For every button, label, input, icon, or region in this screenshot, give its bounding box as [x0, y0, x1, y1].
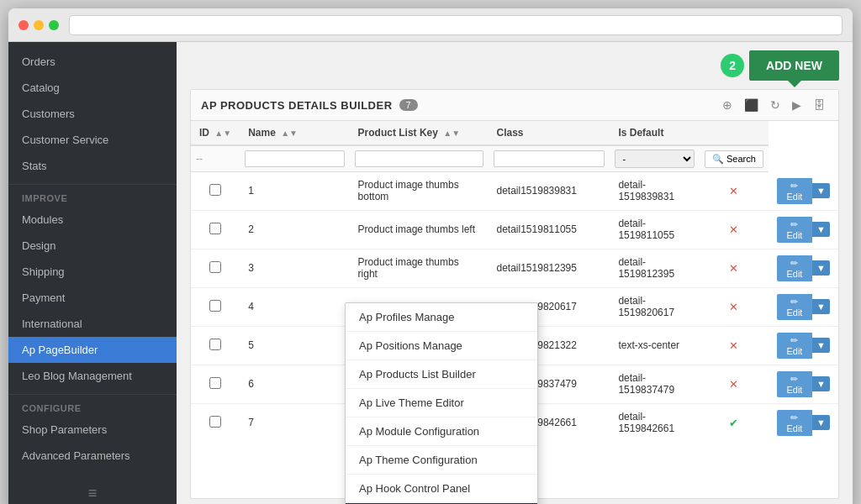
sidebar-item-stats[interactable]: Stats [8, 153, 177, 179]
minimize-button[interactable] [34, 20, 44, 30]
is-default-icon-5: ✕ [729, 339, 738, 352]
cell-id-2: 2 [240, 210, 349, 249]
sidebar-item-payment[interactable]: Payment [8, 285, 177, 311]
sort-arrows-plk[interactable]: ▲▼ [443, 129, 460, 138]
edit-button-1[interactable]: ✏ Edit [777, 178, 812, 204]
table-title: AP PRODUCTS DETAILS BUILDER [201, 99, 393, 112]
edit-dropdown-6[interactable]: ▼ [812, 376, 830, 391]
dropdown-item-ap-theme-configuration[interactable]: Ap Theme Configuration [346, 446, 537, 475]
edit-dropdown-3[interactable]: ▼ [812, 260, 830, 276]
filter-plk-input[interactable] [494, 150, 605, 167]
row-checkbox-1[interactable] [209, 184, 221, 196]
is-default-icon-7: ✔ [729, 417, 738, 429]
sidebar-menu-icon[interactable]: ≡ [8, 475, 177, 504]
table-header-bar: AP PRODUCTS DETAILS BUILDER 7 ⊕ ⬛ ↻ ▶ 🗄 [191, 90, 838, 121]
row-checkbox-6[interactable] [209, 377, 221, 389]
cell-id-5: 5 [240, 326, 349, 365]
url-bar[interactable] [69, 15, 843, 35]
edit-button-7[interactable]: ✏ Edit [777, 410, 812, 436]
sidebar-item-customer-service[interactable]: Customer Service [8, 127, 177, 153]
cell-id-1: 1 [240, 172, 349, 211]
is-default-icon-2: ✕ [729, 223, 738, 236]
search-button[interactable]: 🔍 Search [705, 150, 763, 168]
sidebar-item-leo-blog[interactable]: Leo Blog Management [8, 363, 177, 389]
row-checkbox-7[interactable] [209, 416, 221, 428]
edit-button-2[interactable]: ✏ Edit [777, 217, 812, 243]
sidebar-item-shop-parameters[interactable]: Shop Parameters [8, 417, 177, 443]
sidebar-item-international[interactable]: International [8, 311, 177, 337]
dropdown-item-ap-positions-manage[interactable]: Ap Positions Manage [346, 332, 537, 360]
filter-is-default-select[interactable]: - [615, 150, 695, 168]
edit-dropdown-5[interactable]: ▼ [812, 338, 830, 353]
titlebar [8, 8, 853, 42]
add-new-badge: 2 [721, 54, 744, 77]
cell-class-2: detail-1519811055 [610, 210, 700, 249]
table-row: 3 Product image thumbs right detail15198… [191, 249, 838, 287]
filter-name-input[interactable] [355, 150, 483, 167]
edit-button-5[interactable]: ✏ Edit [777, 333, 812, 359]
cell-name-3: Product image thumbs right [350, 249, 489, 287]
table-refresh-icon[interactable]: ↻ [767, 97, 784, 113]
dropdown-item-ap-profiles-manage[interactable]: Ap Profiles Manage [346, 303, 537, 332]
close-button[interactable] [18, 20, 29, 30]
app-window: Orders Catalog Customers Customer Servic… [8, 8, 853, 504]
sidebar-item-shipping[interactable]: Shipping [8, 259, 177, 285]
sort-arrows-id[interactable]: ▲▼ [214, 129, 231, 138]
edit-group-2: ✏ Edit ▼ [777, 217, 830, 243]
edit-dropdown-1[interactable]: ▼ [812, 183, 830, 198]
sidebar-item-modules[interactable]: Modules [8, 207, 177, 233]
dropdown-item-ap-products-list-builder[interactable]: Ap Products List Builder [346, 360, 537, 389]
is-default-icon-6: ✕ [729, 378, 738, 391]
filter-dash: -- [196, 153, 203, 165]
row-checkbox-4[interactable] [209, 300, 221, 312]
cell-class-7: detail-1519842661 [610, 403, 700, 442]
edit-group-7: ✏ Edit ▼ [777, 410, 830, 436]
row-checkbox-3[interactable] [209, 261, 221, 273]
edit-group-1: ✏ Edit ▼ [777, 178, 830, 204]
col-actions [700, 121, 769, 145]
cell-class-5: text-xs-center [610, 326, 700, 365]
filter-id-input[interactable] [245, 150, 344, 167]
cell-class-1: detail-1519839831 [610, 172, 700, 211]
main-content: 2 ADD NEW AP PRODUCTS DETAILS BUILDER 7 … [177, 42, 853, 504]
sidebar-item-orders[interactable]: Orders [8, 49, 177, 75]
sidebar-section-configure: CONFIGURE [8, 394, 177, 417]
add-new-button[interactable]: ADD NEW [749, 50, 839, 81]
sidebar-item-ap-pagebuilder[interactable]: Ap PageBuilder [8, 337, 177, 363]
cell-plk-1: detail1519839831 [489, 172, 610, 211]
edit-dropdown-2[interactable]: ▼ [812, 222, 830, 237]
sidebar-item-design[interactable]: Design [8, 233, 177, 259]
cell-id-7: 7 [240, 403, 349, 442]
table-count-badge: 7 [399, 99, 418, 111]
row-checkbox-5[interactable] [209, 339, 221, 350]
edit-button-4[interactable]: ✏ Edit [777, 294, 812, 320]
edit-group-6: ✏ Edit ▼ [777, 371, 830, 397]
table-export-icon[interactable]: ⬛ [741, 97, 762, 113]
edit-dropdown-7[interactable]: ▼ [812, 415, 830, 430]
maximize-button[interactable] [49, 20, 59, 30]
sidebar: Orders Catalog Customers Customer Servic… [8, 42, 177, 504]
edit-button-3[interactable]: ✏ Edit [777, 255, 812, 281]
col-is-default: Is Default [610, 121, 700, 145]
cell-name-1: Product image thumbs bottom [350, 172, 489, 211]
table-row: 2 Product image thumbs left detail151981… [191, 210, 838, 249]
cell-class-3: detail-1519812395 [610, 249, 700, 287]
dropdown-item-ap-module-configuration[interactable]: Ap Module Configuration [346, 417, 537, 446]
is-default-icon-3: ✕ [729, 262, 738, 275]
edit-dropdown-4[interactable]: ▼ [812, 299, 830, 314]
is-default-icon-4: ✕ [729, 301, 738, 313]
sort-arrows-name[interactable]: ▲▼ [281, 129, 298, 138]
sidebar-section-improve: IMPROVE [8, 184, 177, 207]
table-add-icon[interactable]: ⊕ [719, 97, 736, 113]
row-checkbox-2[interactable] [209, 223, 221, 234]
col-name: Name ▲▼ [240, 121, 349, 145]
edit-button-6[interactable]: ✏ Edit [777, 371, 812, 397]
dropdown-item-ap-live-theme-editor[interactable]: Ap Live Theme Editor [346, 389, 537, 417]
table-database-icon[interactable]: 🗄 [810, 97, 828, 113]
sidebar-item-advanced-parameters[interactable]: Advanced Parameters [8, 443, 177, 469]
cell-class-4: detail-1519820617 [610, 287, 700, 326]
dropdown-item-ap-hook-control-panel[interactable]: Ap Hook Control Panel [346, 475, 537, 503]
sidebar-item-catalog[interactable]: Catalog [8, 75, 177, 101]
sidebar-item-customers[interactable]: Customers [8, 101, 177, 127]
table-terminal-icon[interactable]: ▶ [789, 97, 805, 113]
